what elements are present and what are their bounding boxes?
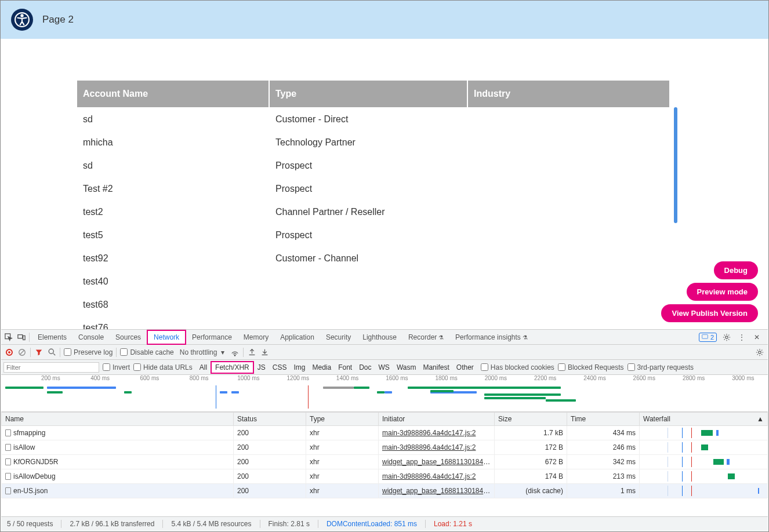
search-icon[interactable] <box>47 348 56 357</box>
table-row[interactable]: mhichaTechnology Partner <box>77 132 669 154</box>
table-row[interactable]: test5Prospect <box>77 224 669 246</box>
filter-type-img[interactable]: Img <box>290 362 309 373</box>
devtools-tab-recorder[interactable]: Recorder ⚗ <box>402 331 449 344</box>
request-initiator[interactable]: main-3d988896.4a4dc147.js:2 <box>382 443 476 451</box>
filter-type-all[interactable]: All <box>196 362 211 373</box>
disable-cache-checkbox[interactable]: Disable cache <box>120 348 173 356</box>
clear-button[interactable] <box>17 348 27 357</box>
filter-type-other[interactable]: Other <box>453 362 477 373</box>
table-row[interactable]: sdProspect <box>77 155 669 177</box>
has-blocked-cookies-checkbox[interactable]: Has blocked cookies <box>481 363 554 371</box>
network-conditions-icon[interactable] <box>230 348 240 357</box>
net-col-status[interactable]: Status <box>234 413 306 426</box>
request-initiator[interactable]: main-3d988896.4a4dc147.js:2 <box>382 429 476 437</box>
request-row[interactable]: isAllow 200 xhr main-3d988896.4a4dc147.j… <box>2 440 768 455</box>
devtools-tab-console[interactable]: Console <box>72 331 110 344</box>
view-publish-version-button[interactable]: View Publish Version <box>661 304 758 322</box>
request-row[interactable]: KfORGNJD5R 200 xhr widget_app_base_16881… <box>2 455 768 469</box>
request-status: 200 <box>234 426 306 440</box>
third-party-checkbox[interactable]: 3rd-party requests <box>627 363 694 371</box>
scrollbar[interactable] <box>674 107 677 223</box>
hide-data-urls-checkbox[interactable]: Hide data URLs <box>133 363 193 371</box>
request-row[interactable]: sfmapping 200 xhr main-3d988896.4a4dc147… <box>2 426 768 440</box>
invert-checkbox[interactable]: Invert <box>103 363 130 371</box>
waterfall-cell <box>643 428 764 438</box>
table-row[interactable]: test40 <box>77 271 669 293</box>
request-initiator[interactable]: widget_app_base_1688113018436.j… <box>382 487 495 495</box>
request-time: 1 ms <box>567 484 640 498</box>
export-har-icon[interactable] <box>260 348 269 357</box>
issues-badge[interactable]: 2 <box>699 333 717 342</box>
more-icon[interactable]: ⋮ <box>737 332 747 342</box>
network-filterbar: Invert Hide data URLs AllFetch/XHRJSCSSI… <box>1 360 768 375</box>
filter-input[interactable] <box>3 362 99 373</box>
net-col-initiator[interactable]: Initiator <box>379 413 495 426</box>
request-type: xhr <box>306 455 379 469</box>
filter-type-ws[interactable]: WS <box>375 362 393 373</box>
request-size: 172 B <box>495 440 567 455</box>
table-row[interactable]: test68 <box>77 294 669 316</box>
network-timeline[interactable]: 200 ms400 ms600 ms800 ms1000 ms1200 ms14… <box>1 375 768 412</box>
blocked-requests-checkbox[interactable]: Blocked Requests <box>558 363 624 371</box>
settings-icon[interactable] <box>721 332 732 342</box>
filter-type-fetchxhr[interactable]: Fetch/XHR <box>211 361 254 374</box>
devtools-tab-application[interactable]: Application <box>274 331 320 344</box>
filter-type-font[interactable]: Font <box>335 362 356 373</box>
devtools-tab-elements[interactable]: Elements <box>32 331 72 344</box>
svg-point-6 <box>726 336 728 338</box>
cell-industry <box>468 178 669 200</box>
svg-point-10 <box>759 351 761 353</box>
accessibility-icon[interactable] <box>11 9 33 31</box>
table-row[interactable]: test92Customer - Channel <box>77 247 669 269</box>
timeline-tick: 600 ms <box>140 375 159 381</box>
filter-type-css[interactable]: CSS <box>269 362 291 373</box>
filter-type-wasm[interactable]: Wasm <box>393 362 420 373</box>
net-col-name[interactable]: Name <box>2 413 234 426</box>
filter-type-doc[interactable]: Doc <box>356 362 375 373</box>
devtools-tab-memory[interactable]: Memory <box>238 331 274 344</box>
request-row[interactable]: isAllowDebug 200 xhr main-3d988896.4a4dc… <box>2 469 768 484</box>
table-row[interactable]: sdCustomer - Direct <box>77 108 669 130</box>
device-toggle-icon[interactable] <box>16 332 27 342</box>
network-settings-icon[interactable] <box>755 348 764 357</box>
import-har-icon[interactable] <box>247 348 256 357</box>
svg-rect-4 <box>23 336 26 340</box>
net-col-time[interactable]: Time <box>567 413 640 426</box>
devtools-tab-lighthouse[interactable]: Lighthouse <box>357 331 402 344</box>
devtools-panel: ElementsConsoleSourcesNetworkPerformance… <box>1 329 768 531</box>
filter-toggle-icon[interactable] <box>34 348 43 357</box>
cell-account-name: test40 <box>77 271 269 293</box>
close-icon[interactable]: ✕ <box>752 332 762 342</box>
status-finish: Finish: 2.81 s <box>269 520 310 528</box>
net-col-size[interactable]: Size <box>495 413 567 426</box>
table-row[interactable]: Test #2Prospect <box>77 178 669 200</box>
status-domcontentloaded: DOMContentLoaded: 851 ms <box>327 520 417 528</box>
throttling-select[interactable]: No throttling ▾ <box>177 348 227 356</box>
request-initiator[interactable]: widget_app_base_1688113018436.j… <box>382 458 495 466</box>
request-row[interactable]: en-US.json 200 xhr widget_app_base_16881… <box>2 484 768 498</box>
request-initiator[interactable]: main-3d988896.4a4dc147.js:2 <box>382 472 476 480</box>
inspect-icon[interactable] <box>3 332 14 342</box>
cell-type: Customer - Channel <box>270 247 467 269</box>
table-row[interactable]: test2Channel Partner / Reseller <box>77 201 669 223</box>
preview-mode-button[interactable]: Preview mode <box>687 283 758 301</box>
devtools-tab-performance[interactable]: Performance <box>186 331 238 344</box>
file-icon <box>5 487 11 494</box>
filter-type-js[interactable]: JS <box>254 362 269 373</box>
net-col-type[interactable]: Type <box>306 413 379 426</box>
preserve-log-checkbox[interactable]: Preserve log <box>64 348 113 356</box>
devtools-tab-network[interactable]: Network <box>147 330 186 345</box>
col-account-name[interactable]: Account Name <box>77 81 269 107</box>
request-name: sfmapping <box>13 429 45 437</box>
col-type[interactable]: Type <box>270 81 467 107</box>
net-col-waterfall[interactable]: Waterfall▲ <box>640 413 768 426</box>
col-industry[interactable]: Industry <box>468 81 669 107</box>
debug-button[interactable]: Debug <box>714 261 758 279</box>
filter-type-media[interactable]: Media <box>309 362 335 373</box>
devtools-tab-sources[interactable]: Sources <box>110 331 147 344</box>
devtools-tab-performance-insights[interactable]: Performance insights ⚗ <box>449 331 534 344</box>
filter-type-manifest[interactable]: Manifest <box>419 362 452 373</box>
app-body: Account Name Type Industry sdCustomer - … <box>1 39 768 330</box>
devtools-tab-security[interactable]: Security <box>320 331 357 344</box>
record-button[interactable] <box>5 348 14 357</box>
